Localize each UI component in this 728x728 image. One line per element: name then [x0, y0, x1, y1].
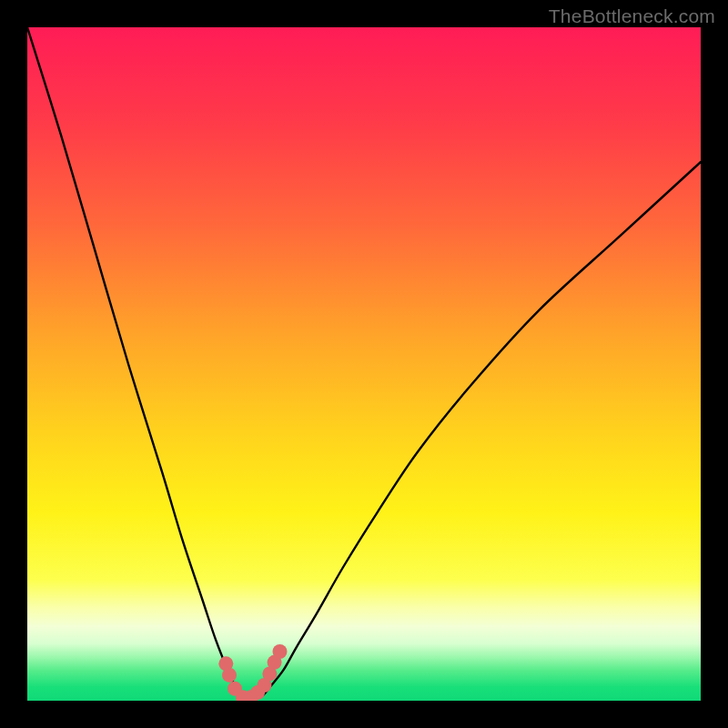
bottleneck-curve: [27, 27, 701, 699]
curve-layer: [27, 27, 701, 701]
chart-frame: TheBottleneck.com: [0, 0, 728, 728]
watermark-text: TheBottleneck.com: [549, 5, 715, 27]
highlight-dot: [273, 644, 288, 659]
highlight-dots: [218, 644, 287, 701]
plot-area: [27, 27, 701, 701]
highlight-dot: [222, 668, 237, 682]
